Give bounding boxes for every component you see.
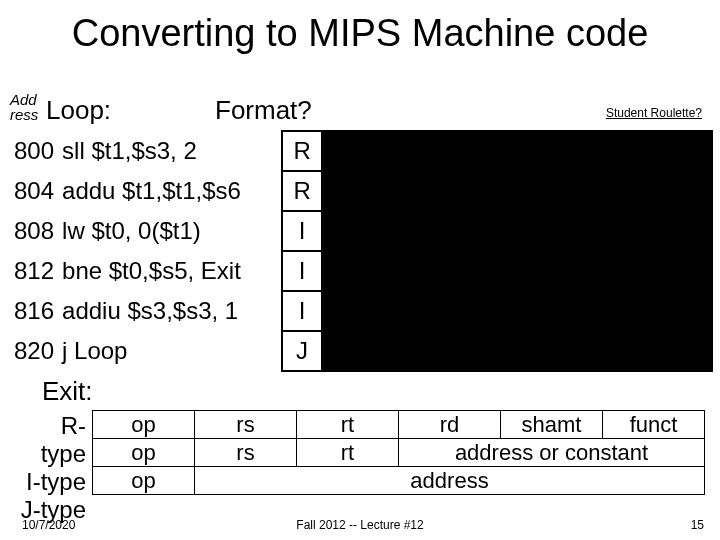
cell-blank: [322, 291, 387, 331]
cell-blank: [582, 211, 647, 251]
cell-instr: addiu $s3,$s3, 1: [58, 291, 282, 331]
table-row: 816 addiu $s3,$s3, 1 I: [10, 291, 712, 331]
cell-addr: 804: [10, 171, 58, 211]
cell-addr: 808: [10, 211, 58, 251]
field-rd: rd: [399, 411, 501, 439]
cell-blank: [582, 331, 647, 371]
footer-page: 15: [691, 518, 704, 532]
cell-blank: [387, 171, 452, 211]
field-addr-const: address or constant: [399, 439, 705, 467]
cell-blank: [452, 291, 517, 331]
cell-blank: [452, 131, 517, 171]
cell-instr: lw $t0, 0($t1): [58, 211, 282, 251]
cell-blank: [322, 211, 387, 251]
cell-addr: 800: [10, 131, 58, 171]
cell-format: R: [282, 131, 322, 171]
cell-blank: [387, 331, 452, 371]
cell-blank: [647, 131, 712, 171]
cell-blank: [452, 171, 517, 211]
cell-blank: [582, 171, 647, 211]
cell-addr: 816: [10, 291, 58, 331]
cell-blank: [387, 291, 452, 331]
cell-blank: [322, 131, 387, 171]
cell-blank: [387, 131, 452, 171]
rtype-label: R-type: [16, 412, 86, 468]
cell-blank: [452, 251, 517, 291]
instruction-table: 800 sll $t1,$s3, 2 R 804 addu $t1,$t1,$s…: [10, 130, 713, 372]
cell-blank: [322, 331, 387, 371]
field-address: address: [195, 467, 705, 495]
cell-instr: sll $t1,$s3, 2: [58, 131, 282, 171]
cell-blank: [517, 131, 582, 171]
cell-blank: [517, 251, 582, 291]
field-rs: rs: [195, 411, 297, 439]
loop-label: Loop:: [46, 95, 111, 126]
cell-format: R: [282, 171, 322, 211]
cell-blank: [647, 171, 712, 211]
jtype-row: op address: [93, 467, 705, 495]
address-label: Add ress: [10, 92, 48, 122]
format-table: op rs rt rd shamt funct op rs rt address…: [92, 410, 705, 495]
rtype-row: op rs rt rd shamt funct: [93, 411, 705, 439]
cell-blank: [517, 291, 582, 331]
cell-instr: addu $t1,$t1,$s6: [58, 171, 282, 211]
cell-blank: [647, 331, 712, 371]
table-row: 804 addu $t1,$t1,$s6 R: [10, 171, 712, 211]
student-roulette-link[interactable]: Student Roulette?: [606, 106, 702, 120]
field-rs: rs: [195, 439, 297, 467]
footer-lecture: Fall 2012 -- Lecture #12: [0, 518, 720, 532]
cell-blank: [647, 251, 712, 291]
cell-blank: [322, 251, 387, 291]
exit-label: Exit:: [42, 376, 93, 407]
cell-blank: [582, 291, 647, 331]
cell-blank: [452, 211, 517, 251]
field-rt: rt: [297, 411, 399, 439]
cell-format: I: [282, 211, 322, 251]
cell-blank: [517, 171, 582, 211]
field-rt: rt: [297, 439, 399, 467]
table-row: 812 bne $t0,$s5, Exit I: [10, 251, 712, 291]
table-row: 800 sll $t1,$s3, 2 R: [10, 131, 712, 171]
cell-instr: bne $t0,$s5, Exit: [58, 251, 282, 291]
itype-label: I-type: [16, 468, 86, 496]
cell-addr: 812: [10, 251, 58, 291]
cell-blank: [387, 251, 452, 291]
field-shamt: shamt: [501, 411, 603, 439]
cell-blank: [517, 331, 582, 371]
cell-blank: [517, 211, 582, 251]
cell-format: I: [282, 291, 322, 331]
cell-addr: 820: [10, 331, 58, 371]
cell-instr: j Loop: [58, 331, 282, 371]
cell-blank: [582, 251, 647, 291]
cell-blank: [322, 171, 387, 211]
cell-blank: [647, 211, 712, 251]
type-labels: R-type I-type J-type: [16, 412, 86, 524]
itype-row: op rs rt address or constant: [93, 439, 705, 467]
field-op: op: [93, 439, 195, 467]
cell-blank: [647, 291, 712, 331]
field-op: op: [93, 411, 195, 439]
cell-blank: [582, 131, 647, 171]
table-row: 808 lw $t0, 0($t1) I: [10, 211, 712, 251]
cell-blank: [387, 211, 452, 251]
cell-format: J: [282, 331, 322, 371]
cell-format: I: [282, 251, 322, 291]
field-op: op: [93, 467, 195, 495]
cell-blank: [452, 331, 517, 371]
slide-title: Converting to MIPS Machine code: [0, 12, 720, 55]
field-funct: funct: [603, 411, 705, 439]
format-label: Format?: [215, 95, 312, 126]
table-row: 820 j Loop J: [10, 331, 712, 371]
